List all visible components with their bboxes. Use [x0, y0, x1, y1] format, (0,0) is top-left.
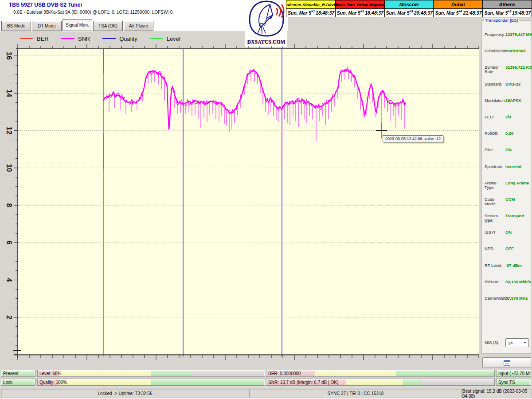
legend-label: Level — [167, 35, 180, 42]
field-bitrate-: BitRate:83,105 Mbit/s — [485, 280, 530, 296]
field-label: BitRate: — [485, 280, 505, 284]
clock-hms: 21:48:37 — [463, 10, 481, 16]
world-clocks: Lučenec-Slovakia_R.DávidSun, Mar 5+118:4… — [286, 0, 532, 17]
legend-swatch-quality — [102, 38, 116, 39]
gauge-segment-yellow — [346, 379, 403, 385]
gauge-label: Quality: 100% — [39, 379, 67, 385]
field-label: RF Level: — [485, 263, 505, 268]
gauge-segment-green — [151, 379, 264, 385]
signal-gauges: PresentLevel: 68%BER: 0,0000000Input (~2… — [0, 369, 532, 387]
gauge-segment-gray — [421, 379, 494, 385]
signal-plot[interactable]: 161412108642 — [0, 42, 483, 363]
field-value: Horizontal — [505, 49, 530, 53]
y-axis-label: 16 — [5, 52, 13, 60]
field-value: 16APSK — [505, 98, 530, 103]
status-section-1: SYNC 27 | TEI 0 | CC 15218 — [249, 389, 462, 398]
field-value: 0.20 — [505, 131, 530, 136]
field-value: OFF — [505, 246, 530, 251]
chevron-down-icon — [524, 342, 526, 344]
gauge-sync-ts: Sync TS — [496, 379, 531, 386]
clock-athens: AthensSun, Mar 5+219:48:37 — [483, 0, 532, 17]
field-frequency-: Frequency:12379,447 MHz — [485, 32, 530, 49]
tab-av-player[interactable]: AV Player — [124, 21, 153, 31]
legend-item-ber: BER — [20, 35, 49, 42]
clock-hms: 19:48:37 — [512, 10, 531, 16]
field-polarization-: Polarization:Horizontal — [485, 49, 530, 65]
status-section-0: Locked -> Uptime: 73:32:56 — [1, 389, 249, 398]
clock-time: Sun, Mar 5+118:48:37 — [286, 9, 335, 17]
gauge-label: Present — [3, 371, 18, 376]
clock-time: Sun, Mar 5+421:48:37 — [434, 9, 482, 17]
legend-label: SNR — [78, 35, 90, 42]
status-section-2: Best signal: 15,3 dB (2023-03-05 04:38) — [462, 389, 532, 398]
clock-date: Sun, Mar 5 — [337, 10, 360, 16]
field-value: Inverted — [505, 164, 530, 169]
field-label: Code Mode: — [485, 197, 505, 206]
y-axis-label: 8 — [5, 203, 13, 207]
gauge-segment-green — [396, 371, 494, 376]
field-label: FEC: — [485, 115, 505, 119]
field-frame-type-: Frame Type:Long Frame — [485, 181, 530, 197]
field-label: Symbol Rate: — [485, 65, 505, 74]
panel-title: Transponder [BS] — [484, 18, 519, 23]
gauge-label: SNR: 13,7 dB (Margin: 6,7 dB | OK) — [268, 379, 338, 385]
gauge-label: BER: 0,0000000 — [268, 371, 301, 376]
panel-button[interactable] — [482, 357, 531, 368]
field-label: RollOff: — [485, 131, 505, 136]
field-npd-: NPD:OFF — [485, 246, 530, 263]
field-label: ISSYI — [485, 230, 505, 235]
clock-date: Sun, Mar 5 — [435, 10, 458, 16]
gauge-segments — [38, 379, 264, 385]
signal-chart[interactable]: 161412108642 2023-03-05 12.42.06, value:… — [0, 42, 483, 363]
clock-utc-offset: +3 — [410, 10, 413, 13]
gauge-ber: BER: 0,0000000 — [266, 370, 495, 377]
field-label: Spectrum: — [485, 164, 505, 169]
gauge-segments — [38, 371, 264, 376]
tab-bs-mode[interactable]: BS Mode — [1, 21, 31, 31]
gauge-segment-yellow — [315, 371, 396, 376]
field-value: ON — [505, 148, 530, 152]
clock-utc-offset: +1 — [311, 10, 315, 13]
clock-moscow: MoscowSun, Mar 5+320:48:37 — [385, 0, 434, 17]
y-axis-label: 14 — [5, 89, 13, 97]
field-value: 83,105 Mbit/s — [505, 280, 531, 284]
legend-swatch-ber — [20, 38, 33, 39]
clock-city-label: Berlin-Paris-Vienna-Belgrade — [336, 0, 384, 9]
legend-item-quality: Quality — [102, 35, 137, 42]
y-axis-label: 4 — [5, 278, 13, 282]
field-pilot-: Pilot:ON — [485, 148, 530, 164]
tab-dt-mode[interactable]: DT Mode — [32, 21, 62, 31]
gauge-level: Level: 68% — [37, 370, 265, 377]
field-value: 2/3 — [505, 115, 530, 119]
mis-select[interactable]: 24 — [505, 338, 529, 347]
field-value: Long Frame — [505, 181, 530, 185]
legend-label: Quality — [119, 35, 137, 42]
field-label: Stream type: — [485, 214, 505, 223]
gauge-present: Present — [1, 370, 35, 377]
field-value: ON — [505, 230, 530, 235]
clock-utc-offset: +1 — [360, 10, 364, 13]
mis-row: MIS (3): 24 — [485, 338, 529, 347]
mode-tabbar: BS ModeDT ModeSignal Mon.TSA (OK)AV Play… — [1, 20, 154, 31]
gauge-label: Sync TS — [498, 379, 515, 385]
field-stream-type-: Stream type:Transport — [485, 214, 530, 230]
field-value: 37,676 MHz — [505, 296, 530, 301]
field-carrierwidth-: CarrierWidth:37,676 MHz — [485, 296, 530, 313]
gauge-segment-gray — [192, 371, 264, 376]
field-spectrum-: Spectrum:Inverted — [485, 164, 530, 181]
field-rf-level-: RF Level:-37 dBm — [485, 263, 530, 280]
transponder-panel: Transponder [BS] Frequency:12379,447 MHz… — [481, 20, 531, 354]
gauge-segment-yellow — [59, 371, 151, 376]
clock-hms: 18:48:37 — [365, 10, 383, 16]
field-value: DVB-S2 — [505, 82, 530, 86]
clock-time: Sun, Mar 5+219:48:37 — [483, 9, 532, 17]
tab-tsa-ok-[interactable]: TSA (OK) — [93, 21, 123, 31]
field-rolloff-: RollOff:0.20 — [485, 131, 530, 148]
field-value: 31396,722 KS/s — [505, 65, 532, 70]
tab-signal-mon-[interactable]: Signal Mon. — [63, 19, 92, 31]
clock-city-label: Dubai — [434, 0, 482, 9]
status-bar: Locked -> Uptime: 73:32:56SYNC 27 | TEI … — [0, 387, 532, 399]
field-value: Transport — [505, 214, 530, 218]
legend-swatch-snr — [61, 38, 74, 39]
field-code-mode-: Code Mode:CCM — [485, 197, 530, 214]
